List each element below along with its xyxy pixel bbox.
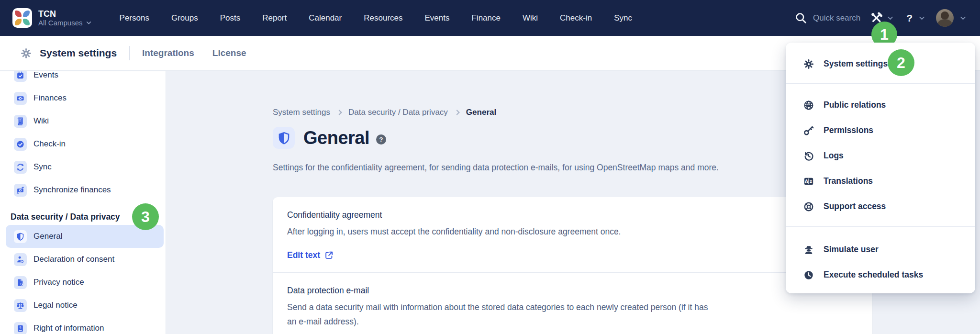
sidebar-item-label: Declaration of consent — [33, 255, 114, 264]
sidebar-item-declaration-of-consent[interactable]: Declaration of consent — [0, 248, 166, 271]
nav-item-resources[interactable]: Resources — [364, 13, 402, 23]
sidebar-section-title: Data security / Data privacy — [11, 212, 120, 222]
search-icon[interactable] — [795, 12, 807, 24]
nav-item-finance[interactable]: Finance — [471, 13, 500, 23]
breadcrumb-system-settings[interactable]: System settings — [273, 108, 330, 117]
menu-item-support-access[interactable]: Support access — [786, 194, 975, 219]
top-navbar: TCN All Campuses Persons Groups Posts Re… — [0, 0, 980, 36]
menu-divider — [786, 226, 975, 227]
scales-icon — [14, 299, 27, 312]
menu-item-public-relations[interactable]: Public relations — [786, 92, 975, 118]
history-icon — [803, 151, 814, 161]
nav-item-persons[interactable]: Persons — [120, 13, 149, 23]
menu-item-label: Translations — [824, 176, 873, 186]
nav-item-groups[interactable]: Groups — [171, 13, 198, 23]
menu-divider — [786, 83, 975, 84]
menu-item-label: Execute scheduled tasks — [824, 270, 923, 280]
spy-icon — [803, 245, 814, 255]
sidebar-item-label: Privacy notice — [33, 278, 84, 287]
chevron-right-icon — [454, 110, 459, 115]
sidebar-item-label: Events — [33, 71, 58, 80]
menu-item-system-settings[interactable]: System settings — [786, 51, 975, 77]
help-icon[interactable]: ? — [376, 134, 386, 145]
help-icon[interactable]: ? — [906, 12, 913, 24]
setting-title: Data protection e-mail — [287, 286, 858, 296]
settings-sidebar: Events Finances Wiki Check-in Sync Synch… — [0, 71, 166, 334]
sidebar-item-sync[interactable]: Sync — [0, 156, 166, 178]
sidebar-item-privacy-notice[interactable]: Privacy notice — [0, 271, 166, 294]
user-avatar[interactable] — [936, 9, 954, 27]
menu-item-simulate-user[interactable]: Simulate user — [786, 237, 975, 262]
sidebar-item-label: Legal notice — [33, 301, 78, 310]
campus-selector[interactable]: All Campuses — [38, 19, 92, 27]
brand-name: TCN — [38, 9, 92, 19]
globe-icon — [803, 100, 814, 111]
chevron-right-icon — [336, 110, 342, 115]
quick-search[interactable]: Quick search — [813, 13, 860, 23]
breadcrumb-data-security[interactable]: Data security / Data privacy — [348, 108, 448, 117]
annotation-badge-3: 3 — [132, 203, 159, 230]
gear-icon — [803, 59, 814, 69]
menu-item-translations[interactable]: Az Translations — [786, 168, 975, 194]
key-icon — [803, 125, 814, 136]
calendar-check-icon — [14, 71, 27, 82]
clock-icon — [803, 270, 814, 280]
menu-item-logs[interactable]: Logs — [786, 143, 975, 168]
nav-item-report[interactable]: Report — [262, 13, 287, 23]
gear-icon — [21, 48, 32, 59]
sidebar-item-label: Synchronize finances — [33, 185, 111, 195]
brand-block: TCN All Campuses — [38, 9, 92, 27]
sidebar-item-right-of-information[interactable]: § Right of information — [0, 317, 166, 334]
lifebuoy-icon — [803, 201, 814, 212]
sidebar-item-label: Wiki — [33, 116, 49, 126]
sidebar-item-checkin[interactable]: Check-in — [0, 133, 166, 156]
edit-text-label: Edit text — [287, 250, 320, 260]
page-title: General — [303, 128, 369, 148]
setting-description: Send a data security mail with informati… — [287, 300, 708, 329]
sidebar-item-finances[interactable]: Finances — [0, 87, 166, 110]
chevron-down-icon[interactable] — [887, 14, 894, 22]
nav-item-posts[interactable]: Posts — [220, 13, 241, 23]
menu-item-label: Support access — [824, 201, 886, 212]
nav-item-calendar[interactable]: Calendar — [309, 13, 342, 23]
chevron-down-icon[interactable] — [918, 14, 925, 22]
page-section-title: System settings — [40, 47, 117, 59]
sidebar-item-synchronize-finances[interactable]: Synchronize finances — [0, 178, 166, 201]
book-icon — [14, 115, 27, 128]
sidebar-item-wiki[interactable]: Wiki — [0, 110, 166, 133]
sidebar-item-legal-notice[interactable]: Legal notice — [0, 294, 166, 317]
nav-item-checkin[interactable]: Check-in — [560, 13, 592, 23]
sidebar-item-label: Sync — [33, 162, 52, 172]
annotation-badge-2: 2 — [888, 49, 914, 76]
data-protection-email-section: Data protection e-mail Send a data secur… — [273, 272, 872, 334]
banknote-icon — [14, 92, 27, 105]
app-logo[interactable] — [12, 8, 32, 28]
sync-finances-icon — [14, 184, 27, 197]
menu-item-permissions[interactable]: Permissions — [786, 118, 975, 143]
campus-label: All Campuses — [38, 19, 83, 27]
sidebar-item-events[interactable]: Events — [0, 71, 166, 87]
chevron-down-icon — [86, 20, 92, 26]
nav-item-wiki[interactable]: Wiki — [523, 13, 538, 23]
admin-dropdown-menu: System settings Public relations Permiss… — [786, 43, 975, 293]
chevron-down-icon[interactable] — [959, 14, 967, 22]
sidebar-item-label: Check-in — [33, 139, 66, 149]
nav-item-events[interactable]: Events — [425, 13, 450, 23]
menu-item-label: Public relations — [824, 100, 886, 110]
person-check-icon — [14, 253, 27, 266]
menu-item-label: Logs — [824, 151, 844, 161]
settings-tabs: Integrations License — [142, 48, 246, 58]
menu-item-execute-scheduled-tasks[interactable]: Execute scheduled tasks — [786, 262, 975, 288]
tab-license[interactable]: License — [212, 48, 246, 58]
edit-text-link[interactable]: Edit text — [287, 250, 334, 260]
shield-icon — [273, 127, 295, 149]
breadcrumb-current: General — [466, 108, 496, 117]
setting-description: After logging in, users must accept the … — [287, 224, 858, 239]
svg-text:§: § — [20, 325, 22, 330]
circle-check-icon — [14, 138, 27, 151]
nav-item-sync[interactable]: Sync — [614, 13, 632, 23]
tab-integrations[interactable]: Integrations — [142, 48, 194, 58]
confidentiality-agreement-section: Confidentiality agreement After logging … — [273, 197, 872, 272]
menu-item-label: System settings — [824, 59, 888, 69]
external-link-icon — [324, 251, 334, 260]
